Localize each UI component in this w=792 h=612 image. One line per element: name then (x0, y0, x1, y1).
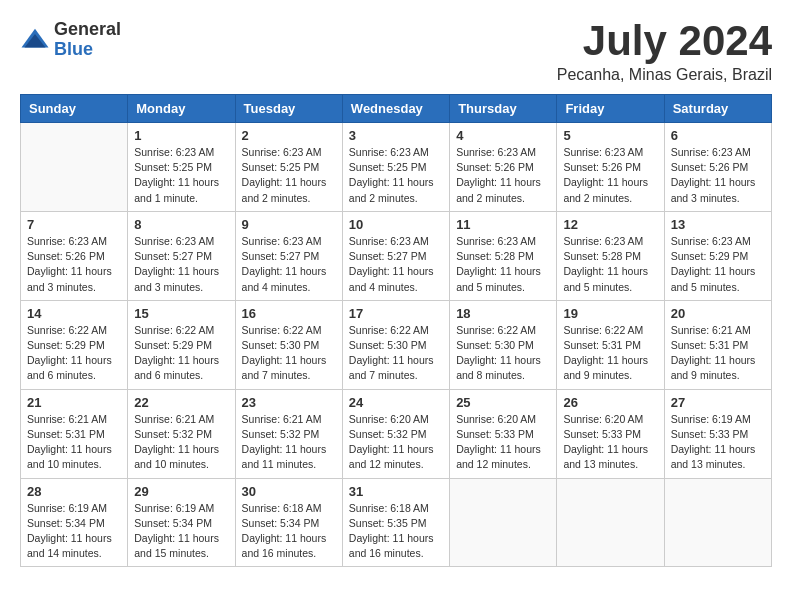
day-info: Sunrise: 6:23 AMSunset: 5:26 PMDaylight:… (456, 145, 550, 206)
day-info: Sunrise: 6:21 AMSunset: 5:31 PMDaylight:… (27, 412, 121, 473)
logo-icon (20, 25, 50, 55)
calendar-cell: 3Sunrise: 6:23 AMSunset: 5:25 PMDaylight… (342, 123, 449, 212)
day-info: Sunrise: 6:22 AMSunset: 5:29 PMDaylight:… (134, 323, 228, 384)
calendar-cell: 17Sunrise: 6:22 AMSunset: 5:30 PMDayligh… (342, 300, 449, 389)
day-info: Sunrise: 6:23 AMSunset: 5:27 PMDaylight:… (134, 234, 228, 295)
calendar-cell: 30Sunrise: 6:18 AMSunset: 5:34 PMDayligh… (235, 478, 342, 567)
calendar-cell: 12Sunrise: 6:23 AMSunset: 5:28 PMDayligh… (557, 211, 664, 300)
calendar-cell (450, 478, 557, 567)
calendar-cell: 2Sunrise: 6:23 AMSunset: 5:25 PMDaylight… (235, 123, 342, 212)
calendar-cell: 16Sunrise: 6:22 AMSunset: 5:30 PMDayligh… (235, 300, 342, 389)
day-number: 26 (563, 395, 657, 410)
day-info: Sunrise: 6:20 AMSunset: 5:33 PMDaylight:… (563, 412, 657, 473)
day-number: 18 (456, 306, 550, 321)
week-row-4: 21Sunrise: 6:21 AMSunset: 5:31 PMDayligh… (21, 389, 772, 478)
location-subtitle: Pecanha, Minas Gerais, Brazil (557, 66, 772, 84)
calendar-cell (21, 123, 128, 212)
calendar-cell: 25Sunrise: 6:20 AMSunset: 5:33 PMDayligh… (450, 389, 557, 478)
day-info: Sunrise: 6:23 AMSunset: 5:27 PMDaylight:… (242, 234, 336, 295)
day-number: 27 (671, 395, 765, 410)
week-row-3: 14Sunrise: 6:22 AMSunset: 5:29 PMDayligh… (21, 300, 772, 389)
calendar-cell (664, 478, 771, 567)
day-number: 29 (134, 484, 228, 499)
calendar-cell: 4Sunrise: 6:23 AMSunset: 5:26 PMDaylight… (450, 123, 557, 212)
day-number: 28 (27, 484, 121, 499)
day-info: Sunrise: 6:20 AMSunset: 5:32 PMDaylight:… (349, 412, 443, 473)
header-day-tuesday: Tuesday (235, 95, 342, 123)
day-info: Sunrise: 6:21 AMSunset: 5:31 PMDaylight:… (671, 323, 765, 384)
calendar-cell: 10Sunrise: 6:23 AMSunset: 5:27 PMDayligh… (342, 211, 449, 300)
day-info: Sunrise: 6:22 AMSunset: 5:29 PMDaylight:… (27, 323, 121, 384)
day-number: 2 (242, 128, 336, 143)
calendar-cell: 26Sunrise: 6:20 AMSunset: 5:33 PMDayligh… (557, 389, 664, 478)
header-day-thursday: Thursday (450, 95, 557, 123)
day-number: 22 (134, 395, 228, 410)
calendar-cell: 9Sunrise: 6:23 AMSunset: 5:27 PMDaylight… (235, 211, 342, 300)
day-number: 8 (134, 217, 228, 232)
calendar-cell: 19Sunrise: 6:22 AMSunset: 5:31 PMDayligh… (557, 300, 664, 389)
day-number: 5 (563, 128, 657, 143)
day-info: Sunrise: 6:23 AMSunset: 5:27 PMDaylight:… (349, 234, 443, 295)
day-info: Sunrise: 6:23 AMSunset: 5:26 PMDaylight:… (671, 145, 765, 206)
day-info: Sunrise: 6:21 AMSunset: 5:32 PMDaylight:… (242, 412, 336, 473)
week-row-1: 1Sunrise: 6:23 AMSunset: 5:25 PMDaylight… (21, 123, 772, 212)
calendar-cell: 15Sunrise: 6:22 AMSunset: 5:29 PMDayligh… (128, 300, 235, 389)
calendar-cell: 31Sunrise: 6:18 AMSunset: 5:35 PMDayligh… (342, 478, 449, 567)
day-number: 19 (563, 306, 657, 321)
day-number: 23 (242, 395, 336, 410)
week-row-5: 28Sunrise: 6:19 AMSunset: 5:34 PMDayligh… (21, 478, 772, 567)
month-title: July 2024 (557, 20, 772, 62)
day-info: Sunrise: 6:23 AMSunset: 5:25 PMDaylight:… (134, 145, 228, 206)
day-info: Sunrise: 6:23 AMSunset: 5:25 PMDaylight:… (242, 145, 336, 206)
calendar-cell: 27Sunrise: 6:19 AMSunset: 5:33 PMDayligh… (664, 389, 771, 478)
logo-blue: Blue (54, 40, 121, 60)
day-info: Sunrise: 6:22 AMSunset: 5:30 PMDaylight:… (349, 323, 443, 384)
day-number: 25 (456, 395, 550, 410)
week-row-2: 7Sunrise: 6:23 AMSunset: 5:26 PMDaylight… (21, 211, 772, 300)
day-number: 16 (242, 306, 336, 321)
day-info: Sunrise: 6:18 AMSunset: 5:35 PMDaylight:… (349, 501, 443, 562)
day-info: Sunrise: 6:19 AMSunset: 5:34 PMDaylight:… (27, 501, 121, 562)
day-number: 1 (134, 128, 228, 143)
day-info: Sunrise: 6:23 AMSunset: 5:26 PMDaylight:… (563, 145, 657, 206)
day-number: 30 (242, 484, 336, 499)
calendar-cell: 23Sunrise: 6:21 AMSunset: 5:32 PMDayligh… (235, 389, 342, 478)
day-number: 6 (671, 128, 765, 143)
logo: General Blue (20, 20, 121, 60)
calendar-cell: 13Sunrise: 6:23 AMSunset: 5:29 PMDayligh… (664, 211, 771, 300)
day-number: 11 (456, 217, 550, 232)
day-info: Sunrise: 6:19 AMSunset: 5:33 PMDaylight:… (671, 412, 765, 473)
day-info: Sunrise: 6:23 AMSunset: 5:29 PMDaylight:… (671, 234, 765, 295)
day-number: 4 (456, 128, 550, 143)
day-number: 24 (349, 395, 443, 410)
calendar-cell: 22Sunrise: 6:21 AMSunset: 5:32 PMDayligh… (128, 389, 235, 478)
day-info: Sunrise: 6:23 AMSunset: 5:26 PMDaylight:… (27, 234, 121, 295)
calendar-cell: 8Sunrise: 6:23 AMSunset: 5:27 PMDaylight… (128, 211, 235, 300)
calendar-table: SundayMondayTuesdayWednesdayThursdayFrid… (20, 94, 772, 567)
day-info: Sunrise: 6:20 AMSunset: 5:33 PMDaylight:… (456, 412, 550, 473)
calendar-cell: 29Sunrise: 6:19 AMSunset: 5:34 PMDayligh… (128, 478, 235, 567)
calendar-cell: 1Sunrise: 6:23 AMSunset: 5:25 PMDaylight… (128, 123, 235, 212)
calendar-cell: 6Sunrise: 6:23 AMSunset: 5:26 PMDaylight… (664, 123, 771, 212)
calendar-header: SundayMondayTuesdayWednesdayThursdayFrid… (21, 95, 772, 123)
calendar-cell: 24Sunrise: 6:20 AMSunset: 5:32 PMDayligh… (342, 389, 449, 478)
day-info: Sunrise: 6:19 AMSunset: 5:34 PMDaylight:… (134, 501, 228, 562)
calendar-cell: 20Sunrise: 6:21 AMSunset: 5:31 PMDayligh… (664, 300, 771, 389)
header-day-friday: Friday (557, 95, 664, 123)
header-day-monday: Monday (128, 95, 235, 123)
day-number: 31 (349, 484, 443, 499)
day-number: 3 (349, 128, 443, 143)
calendar-cell: 28Sunrise: 6:19 AMSunset: 5:34 PMDayligh… (21, 478, 128, 567)
day-number: 13 (671, 217, 765, 232)
logo-text: General Blue (54, 20, 121, 60)
calendar-cell: 18Sunrise: 6:22 AMSunset: 5:30 PMDayligh… (450, 300, 557, 389)
page-header: General Blue July 2024 Pecanha, Minas Ge… (20, 20, 772, 84)
day-number: 14 (27, 306, 121, 321)
day-info: Sunrise: 6:23 AMSunset: 5:28 PMDaylight:… (563, 234, 657, 295)
calendar-body: 1Sunrise: 6:23 AMSunset: 5:25 PMDaylight… (21, 123, 772, 567)
calendar-cell: 21Sunrise: 6:21 AMSunset: 5:31 PMDayligh… (21, 389, 128, 478)
calendar-cell: 5Sunrise: 6:23 AMSunset: 5:26 PMDaylight… (557, 123, 664, 212)
header-day-sunday: Sunday (21, 95, 128, 123)
day-number: 17 (349, 306, 443, 321)
day-number: 10 (349, 217, 443, 232)
